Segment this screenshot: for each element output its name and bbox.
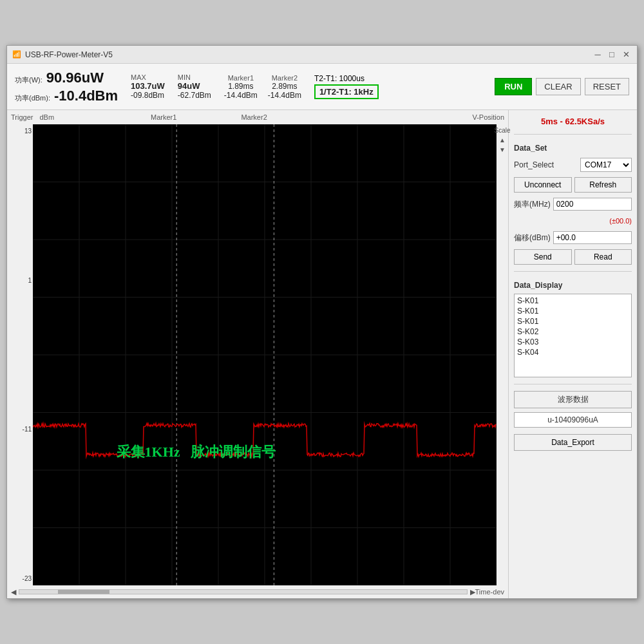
down-arrow[interactable]: ▼ [499, 146, 506, 153]
right-arrow-icon[interactable]: ▶ [470, 588, 475, 596]
maximize-button[interactable]: □ [606, 49, 618, 61]
connect-btn-row: Unconnect Refresh [514, 177, 632, 193]
t2t1-label: T2-T1: 1000us [314, 74, 379, 83]
title-bar: 📶 USB-RF-Power-Meter-V5 ─ □ ✕ [7, 46, 637, 64]
marker2-time: 2.89ms [272, 82, 297, 91]
clear-button[interactable]: CLEAR [536, 78, 580, 95]
time-dev-label: Time-dev [475, 588, 504, 596]
data-set-label: Data_Set [514, 144, 632, 153]
offset-input[interactable] [553, 231, 632, 244]
scope-canvas-wrapper: 13 1 -11 -23 Scale ▲ ▼ [7, 124, 508, 585]
marker-block: Marker1 1.89ms -14.4dBm Marker2 2.89ms -… [224, 74, 301, 100]
scope-bottom-bar: ◀ ▶ Time-dev [7, 585, 508, 598]
marker1-block: Marker1 1.89ms -14.4dBm [224, 74, 258, 100]
reset-button[interactable]: RESET [585, 78, 629, 95]
port-select[interactable]: COM17 COM1 COM2 COM3 [580, 158, 632, 172]
max-label: MAX [131, 73, 165, 81]
y-axis-1: 1 [28, 277, 32, 284]
list-item: S-K03 [517, 337, 629, 347]
horizontal-scrollbar[interactable] [19, 589, 468, 594]
list-item: S-K01 [517, 306, 629, 316]
y-axis-13: 13 [24, 128, 32, 135]
dbm-label: dBm [39, 113, 54, 121]
oscilloscope-canvas [33, 124, 497, 585]
data-display-label: Data_Display [514, 281, 632, 290]
port-select-label: Port_Select [514, 160, 554, 169]
min-db-value: -62.7dBm [178, 91, 211, 100]
power-w-value: 90.96uW [46, 70, 104, 86]
min-label: MIN [178, 73, 211, 81]
min-value: 94uW [178, 81, 211, 91]
wifi-icon: 📶 [12, 50, 21, 59]
power-dbm-label: 功率(dBm): [15, 93, 50, 103]
list-item: S-K02 [517, 327, 629, 337]
power-dbm-value: -10.4dBm [54, 88, 118, 104]
close-button[interactable]: ✕ [620, 49, 632, 61]
marker1-label: Marker1 [228, 74, 254, 82]
sample-rate: 5ms - 62.5KSa/s [514, 115, 632, 128]
data-display-box[interactable]: S-K01S-K01S-K01S-K02S-K03S-K04 [514, 294, 632, 377]
refresh-button[interactable]: Refresh [574, 177, 632, 193]
y-axis-neg23: -23 [23, 575, 32, 582]
scope-top-bar: Trigger dBm Marker1 Marker2 V-Position [7, 110, 508, 124]
send-button[interactable]: Send [514, 249, 572, 265]
marker1-time: 1.89ms [228, 82, 253, 91]
max-value: 103.7uW [131, 81, 165, 91]
trigger-label: Trigger [11, 113, 33, 121]
power-w-label: 功率(W): [15, 75, 43, 85]
waveform-value-box: u-10409096uA [514, 412, 632, 428]
offset-dbm-label: 偏移(dBm) [514, 232, 551, 243]
run-button[interactable]: RUN [495, 78, 532, 95]
vpos-label: V-Position [472, 113, 504, 121]
right-panel: 5ms - 62.5KSa/s Data_Set Port_Select COM… [508, 110, 637, 598]
marker2-line-label: Marker2 [241, 113, 267, 121]
freq-mhz-label: 频率(MHz) [514, 199, 551, 210]
offset-hint: (±00.0) [609, 217, 632, 225]
y-axis-neg11: -11 [23, 426, 32, 433]
waveform-label-box: 波形数据 [514, 391, 632, 408]
scroll-thumb [58, 590, 109, 594]
controls-block: RUN CLEAR RESET [495, 78, 629, 95]
freq-input[interactable] [553, 198, 632, 211]
marker1-line-label: Marker1 [151, 113, 176, 121]
window-title: USB-RF-Power-Meter-V5 [25, 50, 113, 59]
left-arrow-icon[interactable]: ◀ [11, 588, 16, 596]
send-read-row: Send Read [514, 249, 632, 265]
marker2-block: Marker2 2.89ms -14.4dBm [268, 74, 301, 100]
list-item: S-K01 [517, 316, 629, 327]
data-export-button[interactable]: Data_Export [514, 434, 632, 451]
main-content: Trigger dBm Marker1 Marker2 V-Position 1… [7, 110, 637, 598]
max-db-value: -09.8dBm [131, 91, 165, 100]
minimize-button[interactable]: ─ [592, 49, 603, 61]
offset-row: 偏移(dBm) [514, 231, 632, 244]
scope-area: Trigger dBm Marker1 Marker2 V-Position 1… [7, 110, 508, 598]
y-axis: 13 1 -11 -23 [7, 124, 33, 585]
marker2-db: -14.4dBm [268, 91, 301, 100]
t2t1-block: T2-T1: 1000us 1/T2-T1: 1kHz [314, 74, 379, 99]
scale-label: Scale [495, 127, 511, 134]
freq-label: 1/T2-T1: 1kHz [314, 84, 379, 99]
header-row: 功率(W): 90.96uW 功率(dBm): -10.4dBm MAX 103… [7, 64, 637, 110]
max-min-block: MAX 103.7uW -09.8dBm MIN 94uW -62.7dBm [131, 73, 211, 100]
marker2-label: Marker2 [272, 74, 298, 82]
unconnect-button[interactable]: Unconnect [514, 177, 572, 193]
list-item: S-K01 [517, 296, 629, 306]
power-block: 功率(W): 90.96uW 功率(dBm): -10.4dBm [15, 70, 118, 104]
list-item: S-K04 [517, 347, 629, 357]
scope-right-bar: Scale ▲ ▼ [497, 124, 508, 585]
read-button[interactable]: Read [574, 249, 632, 265]
freq-row: 频率(MHz) [514, 198, 632, 211]
marker1-db: -14.4dBm [224, 91, 258, 100]
port-select-row: Port_Select COM17 COM1 COM2 COM3 [514, 158, 632, 172]
main-window: 📶 USB-RF-Power-Meter-V5 ─ □ ✕ 功率(W): 90.… [6, 45, 638, 599]
up-arrow[interactable]: ▲ [499, 137, 506, 144]
